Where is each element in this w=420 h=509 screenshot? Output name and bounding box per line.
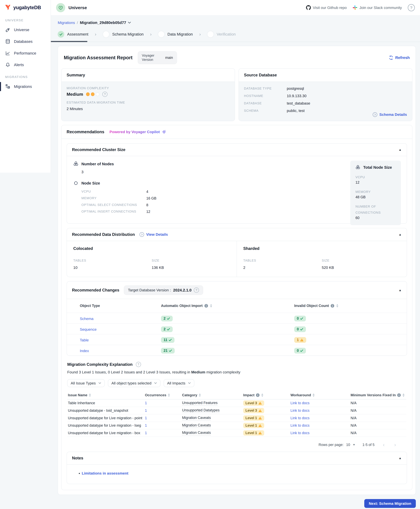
fixed-in-value: N/A bbox=[351, 423, 406, 427]
occurrences-link[interactable]: 1 bbox=[145, 423, 147, 427]
sort-icon bbox=[89, 393, 91, 397]
step-data-migration[interactable]: Data Migration bbox=[158, 31, 193, 38]
impacts-filter[interactable]: All Impacts bbox=[164, 379, 194, 387]
sidebar-item-label: Databases bbox=[14, 39, 33, 44]
chevron-right-icon: › bbox=[199, 32, 201, 37]
next-schema-migration-button[interactable]: Next: Schema Migration bbox=[364, 499, 416, 508]
sidebar-item-performance[interactable]: Performance bbox=[0, 47, 51, 59]
occurrences-link[interactable]: 1 bbox=[145, 409, 147, 412]
workaround-link[interactable]: Link to docs bbox=[291, 416, 309, 420]
object-type-link[interactable]: Sequence bbox=[80, 327, 97, 331]
collapse-icon[interactable]: ▲ bbox=[399, 457, 401, 460]
step-schema-migration[interactable]: Schema Migration bbox=[103, 31, 143, 38]
occurrences-link[interactable]: 1 bbox=[145, 431, 147, 435]
breadcrumb: Migrations / Migration_29d80eb05d77 bbox=[51, 15, 420, 28]
database-icon bbox=[5, 39, 10, 44]
pagination-range: 1-5 of 5 bbox=[362, 443, 375, 447]
chevron-right-icon: › bbox=[95, 32, 96, 37]
occurrences-link[interactable]: 1 bbox=[145, 401, 147, 405]
col-automatic-object-import[interactable]: Automatic Object Import bbox=[161, 304, 294, 308]
info-icon bbox=[397, 393, 401, 397]
issue-name: Table Inheritance bbox=[68, 401, 145, 405]
rows-per-page-select[interactable]: Rows per page: 10 ▼ bbox=[319, 443, 355, 447]
col-workaround[interactable]: Workaround bbox=[291, 393, 351, 397]
sidebar-item-migrations[interactable]: Migrations bbox=[0, 81, 51, 92]
step-assessment[interactable]: Assessment bbox=[58, 31, 88, 38]
occurrences-link[interactable]: 1 bbox=[145, 416, 147, 420]
previous-page-icon[interactable]: ‹ bbox=[382, 442, 386, 448]
limitations-link[interactable]: Limitations in assessment bbox=[82, 471, 128, 475]
refresh-label: Refresh bbox=[395, 55, 410, 60]
sidebar-item-alerts[interactable]: Alerts bbox=[0, 59, 51, 71]
step-verification[interactable]: Verification bbox=[207, 31, 236, 38]
sidebar-item-databases[interactable]: Databases bbox=[0, 36, 51, 47]
invalid-count-badge: 0 bbox=[294, 326, 306, 332]
collapse-icon[interactable]: ▲ bbox=[399, 148, 401, 151]
slack-link[interactable]: Join our Slack community bbox=[352, 5, 402, 10]
workaround-link[interactable]: Link to docs bbox=[291, 409, 309, 412]
target-db-version-badge: Target Database Version : 2024.2.1.0 ? bbox=[124, 285, 203, 295]
col-issue-name[interactable]: Issue Name bbox=[68, 393, 145, 397]
chevron-down-icon bbox=[188, 382, 191, 384]
workaround-link[interactable]: Link to docs bbox=[291, 401, 309, 405]
step-label: Verification bbox=[217, 32, 236, 37]
report-title: Migration Assessment Report bbox=[64, 55, 133, 61]
table-row: Table 11 1 bbox=[67, 334, 407, 345]
sharded-panel: Sharded TABLES2 SIZE520 KB bbox=[237, 241, 407, 277]
schema-details-link[interactable]: Schema Details bbox=[373, 112, 407, 117]
step-circle bbox=[207, 31, 214, 38]
issue-name: Unsupported datatype for Live migration … bbox=[68, 431, 145, 435]
view-details-link[interactable]: View Details bbox=[139, 232, 168, 237]
warning-icon bbox=[258, 424, 262, 427]
col-occurrences[interactable]: Occurrences bbox=[145, 393, 182, 397]
col-impact[interactable]: Impact bbox=[243, 393, 291, 397]
complexity-dot-filled bbox=[91, 92, 94, 96]
col-min-versions-fixed-in[interactable]: Minimum Versions Fixed In bbox=[351, 393, 406, 397]
sidebar-item-universe[interactable]: Universe bbox=[0, 24, 51, 36]
active-step-indicator bbox=[51, 41, 87, 42]
issue-row: Unsupported datatype for Live migration … bbox=[67, 414, 406, 422]
target-version-label: Target Database Version : bbox=[128, 288, 171, 292]
complexity-help-icon[interactable]: ? bbox=[102, 92, 107, 97]
workaround-link[interactable]: Link to docs bbox=[291, 423, 309, 427]
object-type-link[interactable]: Table bbox=[80, 338, 89, 342]
total-connections-label: NUMBER OF CONNECTIONS bbox=[355, 205, 381, 214]
github-link[interactable]: Visit our Github repo bbox=[306, 5, 347, 10]
issue-name: Unsupported datatype for Live migration … bbox=[68, 416, 145, 420]
total-node-size-title: Total Node Size bbox=[363, 165, 392, 170]
complexity-explanation-help-icon[interactable]: ? bbox=[136, 362, 141, 367]
collapse-icon[interactable]: ▲ bbox=[399, 289, 401, 292]
issue-types-filter[interactable]: All Issue Types bbox=[67, 379, 105, 387]
refresh-button[interactable]: Refresh bbox=[389, 55, 410, 60]
migration-icon bbox=[5, 84, 10, 89]
target-version-help-icon[interactable]: ? bbox=[194, 288, 199, 293]
col-invalid-object-count[interactable]: Invalid Object Count bbox=[294, 304, 407, 308]
insert-connections-value: 12 bbox=[146, 210, 150, 214]
col-category[interactable]: Category bbox=[182, 393, 243, 397]
table-row: Sequence 2 0 bbox=[67, 323, 407, 334]
workaround-link[interactable]: Link to docs bbox=[291, 431, 309, 435]
import-count-badge: 11 bbox=[161, 337, 174, 343]
collapse-icon[interactable]: ▲ bbox=[399, 233, 401, 236]
help-icon[interactable]: ? bbox=[408, 4, 415, 11]
issue-category: Unsupported Datatypes bbox=[182, 408, 220, 413]
check-icon bbox=[167, 317, 170, 320]
github-link-label: Visit our Github repo bbox=[313, 6, 347, 10]
next-page-icon[interactable]: › bbox=[393, 442, 397, 448]
object-types-filter[interactable]: All object types selected bbox=[108, 379, 160, 387]
issue-category: Migration Caveats bbox=[182, 416, 211, 420]
recommended-changes-section: Recommended Changes Target Database Vers… bbox=[67, 281, 407, 356]
data-distribution-title: Recommended Data Distribution bbox=[72, 232, 135, 237]
object-type-link[interactable]: Index bbox=[80, 349, 89, 353]
recommended-cluster-size-section: Recommended Cluster Size ▲ bbox=[67, 143, 407, 224]
check-icon bbox=[300, 328, 303, 331]
rocket-icon bbox=[5, 27, 10, 32]
issue-name: Unsupported datatype for Live migration … bbox=[68, 423, 145, 427]
breadcrumb-current[interactable]: Migration_29d80eb05d77 bbox=[80, 20, 131, 25]
breadcrumb-migrations[interactable]: Migrations bbox=[58, 21, 75, 25]
memory-label: MEMORY bbox=[82, 196, 146, 200]
cluster-size-title: Recommended Cluster Size bbox=[72, 147, 126, 152]
warning-icon bbox=[258, 431, 262, 434]
rows-per-page-label: Rows per page: bbox=[319, 443, 344, 447]
object-type-link[interactable]: Schema bbox=[80, 317, 93, 321]
